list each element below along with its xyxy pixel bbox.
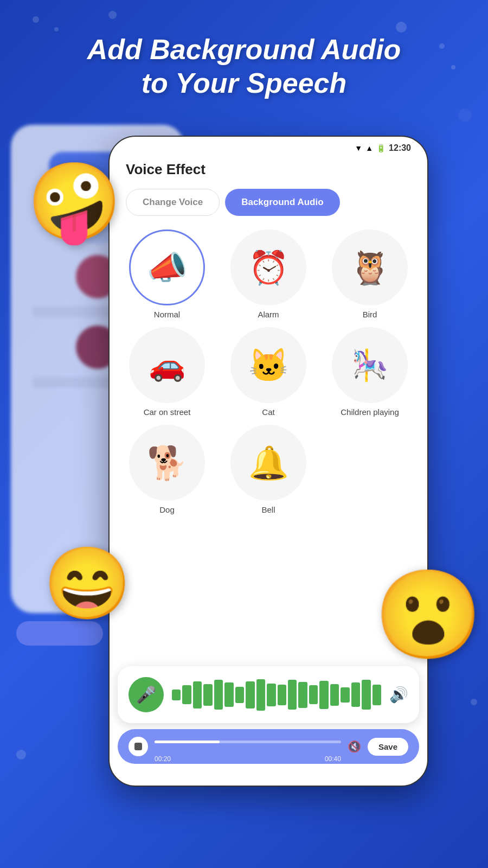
normal-icon: 📣 [147,248,188,287]
audio-circle-dog[interactable]: 🐕 [129,425,205,501]
audio-label-alarm: Alarm [258,310,279,319]
dog-icon: 🐕 [147,444,188,482]
tab-change-voice[interactable]: Change Voice [126,189,220,216]
mic-icon: 🎤 [136,685,156,704]
audio-label-cat: Cat [262,407,274,417]
tab-background-audio[interactable]: Background Audio [225,189,339,216]
status-time: 12:30 [389,143,411,153]
wave-bar [203,684,212,706]
stop-icon [134,743,142,750]
audio-circle-cat[interactable]: 🐱 [230,327,306,403]
emoji-surprised-face: 😮 [374,564,483,666]
wave-bar [341,687,349,703]
status-icons: ▼ ▲ 🔋 12:30 [355,143,411,153]
audio-circle-car[interactable]: 🚗 [129,327,205,403]
wave-bar [182,685,191,704]
cat-icon: 🐱 [248,346,289,385]
audio-item-cat[interactable]: 🐱 Cat [222,327,315,417]
audio-circle-alarm[interactable]: ⏰ [230,229,306,305]
progress-fill [155,741,220,743]
waveform-display [172,679,381,711]
status-bar: ▼ ▲ 🔋 12:30 [110,137,427,156]
main-phone: ▼ ▲ 🔋 12:30 Voice Effect Change Voice Ba… [108,136,428,787]
signal-icon: ▲ [365,144,373,152]
battery-icon: 🔋 [376,144,386,152]
wave-bar [373,685,381,705]
emoji-happy-face: 😄 [43,542,131,625]
alarm-icon: ⏰ [248,248,289,287]
wave-bar [214,680,223,710]
bird-icon: 🦉 [350,248,390,287]
wave-bar [267,684,275,706]
children-icon: 🎠 [351,348,389,383]
playback-controls: 00:20 00:40 🔇 Save [118,729,419,764]
bell-icon: 🔔 [248,444,289,482]
audio-item-bird[interactable]: 🦉 Bird [323,229,416,319]
stop-button[interactable] [129,737,148,756]
wave-bar [278,685,286,705]
audio-item-bell[interactable]: 🔔 Bell [222,425,315,514]
progress-track[interactable] [155,741,341,743]
wave-bar [330,684,339,706]
audio-circle-bell[interactable]: 🔔 [230,425,306,501]
microphone-button[interactable]: 🎤 [129,677,164,712]
wave-bar [256,679,265,711]
car-icon: 🚗 [149,348,186,383]
wave-bar [309,685,318,704]
audio-label-bell: Bell [261,505,275,514]
wifi-icon: ▼ [355,144,362,152]
audio-item-car[interactable]: 🚗 Car on street [120,327,214,417]
sound-waves-icon: 🔊 [389,686,408,704]
recording-bar: 🎤 🔊 [118,666,419,723]
audio-effects-grid: 📣 Normal ⏰ Alarm 🦉 Bird 🚗 Car on street [110,229,427,514]
audio-label-children: Children playing [341,407,399,417]
wave-bar [235,687,244,703]
wave-bar [246,681,254,709]
audio-label-car: Car on street [144,407,191,417]
wave-bar [224,682,233,707]
audio-circle-bird[interactable]: 🦉 [332,229,408,305]
wave-bar [319,681,328,709]
audio-circle-children[interactable]: 🎠 [332,327,408,403]
audio-label-bird: Bird [363,310,377,319]
time-start: 00:20 [155,755,171,763]
audio-circle-normal[interactable]: 📣 [129,229,205,305]
audio-item-children[interactable]: 🎠 Children playing [323,327,416,417]
wave-bar [172,690,181,700]
wave-bar [298,682,307,708]
wave-bar [193,681,202,709]
time-end: 00:40 [325,755,341,763]
tab-bar: Change Voice Background Audio [110,189,427,229]
wave-bar [288,680,297,710]
emoji-crazy-face: 🤪 [27,157,122,247]
audio-item-alarm[interactable]: ⏰ Alarm [222,229,315,319]
audio-label-dog: Dog [159,505,175,514]
audio-item-dog[interactable]: 🐕 Dog [120,425,214,514]
audio-item-normal[interactable]: 📣 Normal [120,229,214,319]
audio-label-normal: Normal [154,310,180,319]
page-title: Add Background Audio to Your Speech [0,33,488,100]
screen-title: Voice Effect [110,156,427,189]
wave-bar [362,680,370,710]
save-button[interactable]: Save [368,738,408,756]
volume-icon[interactable]: 🔇 [348,740,361,753]
wave-bar [351,682,360,707]
header: Add Background Audio to Your Speech [0,33,488,100]
